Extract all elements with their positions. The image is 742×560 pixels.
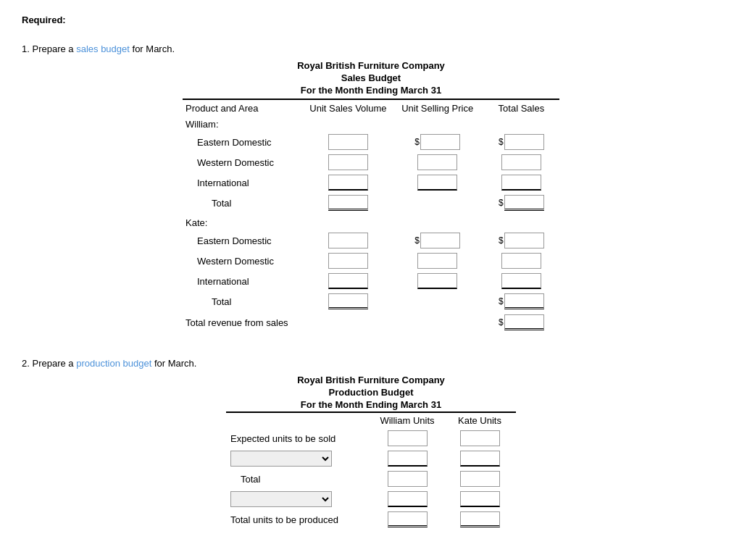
question-2-header: 2. Prepare a production budget for March… bbox=[22, 358, 720, 369]
dropdown1-row: Add desired ending inventory Less beginn… bbox=[226, 448, 516, 469]
kate-eastern-sales-input[interactable] bbox=[504, 233, 544, 248]
sales-budget-link[interactable]: sales budget bbox=[76, 43, 130, 54]
kate-eastern-price-input[interactable] bbox=[420, 233, 460, 248]
kate-label: Kate: bbox=[183, 213, 304, 230]
total-units-label: Total units to be produced bbox=[226, 509, 371, 530]
question-2-text-after: for March. bbox=[151, 358, 196, 369]
kate-western-row: Western Domestic bbox=[183, 251, 559, 271]
william-international-row: International bbox=[183, 172, 559, 193]
william-international-units-input[interactable] bbox=[328, 175, 368, 191]
kate-total-label: Total bbox=[183, 291, 304, 312]
william-western-label: Western Domestic bbox=[183, 152, 304, 172]
dropdown2-select[interactable]: Add desired ending inventory Less beginn… bbox=[230, 491, 332, 507]
prod-total-row: Total bbox=[226, 469, 516, 489]
william-eastern-row: Eastern Domestic $ $ bbox=[183, 132, 559, 152]
sales-table-title: Sales Budget bbox=[183, 72, 559, 83]
dropdown2-kate-input[interactable] bbox=[460, 491, 500, 507]
kate-eastern-units-input[interactable] bbox=[328, 233, 368, 248]
col-header-sales: Total Sales bbox=[483, 99, 559, 117]
kate-total-units-input[interactable] bbox=[328, 293, 368, 309]
question-2-text-before: Prepare a bbox=[32, 358, 76, 369]
prod-total-william-input[interactable] bbox=[388, 471, 428, 487]
william-international-sales-input[interactable] bbox=[501, 175, 541, 191]
question-1-header: 1. Prepare a sales budget for March. bbox=[22, 43, 720, 54]
kate-eastern-row: Eastern Domestic $ $ bbox=[183, 230, 559, 251]
william-western-row: Western Domestic bbox=[183, 152, 559, 172]
col-header-units: Unit Sales Volume bbox=[304, 99, 391, 117]
dropdown1-william-input[interactable] bbox=[388, 451, 428, 467]
william-western-units-input[interactable] bbox=[328, 154, 368, 170]
question-1-text-before: Prepare a bbox=[32, 43, 76, 54]
expected-units-label: Expected units to be sold bbox=[226, 428, 371, 448]
col-header-product: Product and Area bbox=[183, 99, 304, 117]
william-label: William: bbox=[183, 117, 304, 132]
kate-eastern-label: Eastern Domestic bbox=[183, 230, 304, 251]
question-1-text-after: for March. bbox=[130, 43, 175, 54]
kate-western-price-input[interactable] bbox=[417, 253, 457, 269]
william-eastern-sales-input[interactable] bbox=[504, 134, 544, 150]
kate-eastern-price-dollar: $ bbox=[414, 235, 420, 246]
production-budget-container: Royal British Furniture Company Producti… bbox=[226, 375, 516, 530]
kate-international-label: International bbox=[183, 271, 304, 291]
prod-table-subtitle: For the Month Ending March 31 bbox=[226, 399, 516, 410]
expected-william-input[interactable] bbox=[388, 430, 428, 446]
dropdown1-kate-input[interactable] bbox=[460, 451, 500, 467]
prod-col-kate-header: Kate Units bbox=[443, 412, 516, 428]
william-eastern-sales-dollar: $ bbox=[499, 137, 504, 147]
expected-units-row: Expected units to be sold bbox=[226, 428, 516, 448]
col-header-price: Unit Selling Price bbox=[392, 99, 483, 117]
kate-international-sales-input[interactable] bbox=[501, 273, 541, 289]
kate-total-sales-input[interactable] bbox=[504, 293, 544, 309]
question-2-number: 2. bbox=[22, 358, 30, 369]
sales-table-header-row: Product and Area Unit Sales Volume Unit … bbox=[183, 99, 559, 117]
total-units-kate-input[interactable] bbox=[460, 511, 500, 527]
prod-table-company: Royal British Furniture Company bbox=[226, 375, 516, 385]
kate-western-label: Western Domestic bbox=[183, 251, 304, 271]
dropdown2-william-input[interactable] bbox=[388, 491, 428, 507]
production-table: William Units Kate Units Expected units … bbox=[226, 411, 516, 530]
william-total-sales-input[interactable] bbox=[504, 195, 544, 211]
production-budget-link[interactable]: production budget bbox=[76, 358, 151, 369]
prod-total-label: Total bbox=[226, 469, 371, 489]
total-revenue-row: Total revenue from sales $ bbox=[183, 312, 559, 333]
kate-total-row: Total $ bbox=[183, 291, 559, 312]
william-western-sales-input[interactable] bbox=[501, 154, 541, 170]
dropdown2-cell[interactable]: Add desired ending inventory Less beginn… bbox=[226, 489, 371, 509]
total-units-row: Total units to be produced bbox=[226, 509, 516, 530]
william-section-label-row: William: bbox=[183, 117, 559, 132]
william-total-label: Total bbox=[183, 193, 304, 213]
kate-international-price-input[interactable] bbox=[417, 273, 457, 289]
dropdown1-cell[interactable]: Add desired ending inventory Less beginn… bbox=[226, 448, 371, 469]
william-total-units-input[interactable] bbox=[328, 195, 368, 211]
required-label: Required: bbox=[22, 14, 720, 25]
william-total-row: Total $ bbox=[183, 193, 559, 213]
william-eastern-price-input[interactable] bbox=[420, 134, 460, 150]
sales-table-subtitle: For the Month Ending March 31 bbox=[183, 85, 559, 96]
prod-col-empty bbox=[226, 412, 371, 428]
total-revenue-label: Total revenue from sales bbox=[183, 312, 304, 333]
prod-table-title: Production Budget bbox=[226, 387, 516, 398]
prod-col-william-header: William Units bbox=[371, 412, 443, 428]
william-eastern-price-dollar: $ bbox=[414, 137, 420, 147]
total-revenue-dollar: $ bbox=[499, 317, 504, 327]
william-total-sales-dollar: $ bbox=[499, 198, 504, 208]
total-units-william-input[interactable] bbox=[388, 511, 428, 527]
total-revenue-input[interactable] bbox=[504, 314, 544, 330]
kate-eastern-sales-dollar: $ bbox=[499, 235, 504, 246]
william-eastern-units-input[interactable] bbox=[328, 134, 368, 150]
dropdown1-select[interactable]: Add desired ending inventory Less beginn… bbox=[230, 451, 332, 467]
question-1: 1. Prepare a sales budget for March. Roy… bbox=[22, 43, 720, 333]
prod-total-kate-input[interactable] bbox=[460, 471, 500, 487]
kate-section-label-row: Kate: bbox=[183, 213, 559, 230]
prod-header-row: William Units Kate Units bbox=[226, 412, 516, 428]
kate-international-row: International bbox=[183, 271, 559, 291]
kate-western-units-input[interactable] bbox=[328, 253, 368, 269]
question-2: 2. Prepare a production budget for March… bbox=[22, 358, 720, 530]
william-international-price-input[interactable] bbox=[417, 175, 457, 191]
expected-kate-input[interactable] bbox=[460, 430, 500, 446]
kate-international-units-input[interactable] bbox=[328, 273, 368, 289]
sales-table: Product and Area Unit Sales Volume Unit … bbox=[183, 99, 559, 333]
kate-western-sales-input[interactable] bbox=[501, 253, 541, 269]
question-1-number: 1. bbox=[22, 43, 30, 54]
william-western-price-input[interactable] bbox=[417, 154, 457, 170]
